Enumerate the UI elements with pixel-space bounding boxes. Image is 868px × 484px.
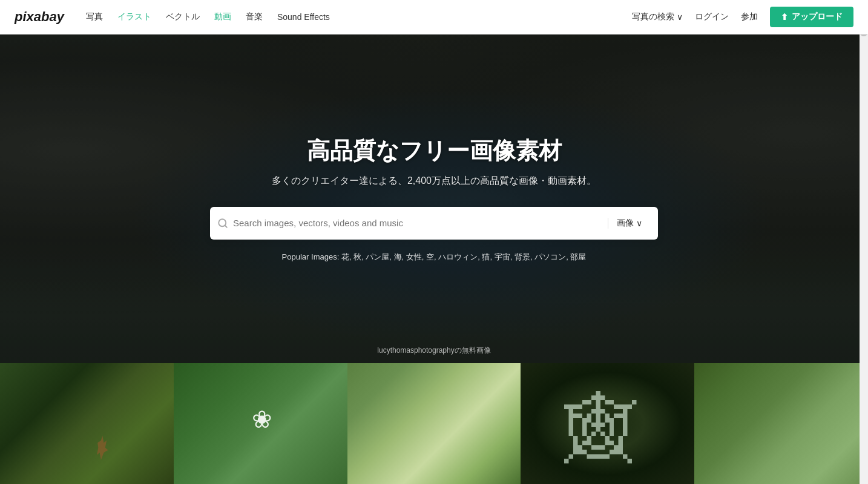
thumbnail-4[interactable] (521, 363, 694, 484)
photo-credit: lucythomasphotographyの無料画像 (377, 345, 490, 356)
site-logo[interactable]: pixabay (15, 9, 64, 25)
join-button[interactable]: 参加 (741, 11, 758, 22)
nav-photos[interactable]: 写真 (86, 11, 103, 22)
nav-vectors[interactable]: ベクトル (166, 11, 200, 22)
nav-sound-effects[interactable]: Sound Effects (277, 12, 330, 22)
thumbnail-2[interactable] (174, 363, 347, 484)
search-bar: 画像 ∨ (210, 207, 658, 240)
photo-search-button[interactable]: 写真の検索 ∨ (632, 11, 683, 22)
search-input[interactable] (233, 218, 608, 228)
nav-right: 写真の検索 ∨ ログイン 参加 ⬆ アップロード (632, 7, 853, 27)
popular-tags: Popular Images: 花, 秋, パン屋, 海, 女性, 空, ハロウ… (0, 252, 868, 263)
thumbnail-strip (0, 363, 868, 484)
nav-links: 写真 イラスト ベクトル 動画 音楽 Sound Effects (86, 11, 632, 22)
navbar: pixabay 写真 イラスト ベクトル 動画 音楽 Sound Effects… (0, 0, 868, 34)
chevron-down-icon: ∨ (636, 218, 642, 228)
search-type-dropdown[interactable]: 画像 ∨ (608, 218, 651, 229)
svg-line-1 (225, 225, 226, 227)
upload-icon: ⬆ (781, 12, 788, 22)
hero-title: 高品質なフリー画像素材 (0, 136, 868, 166)
chevron-down-icon: ∨ (677, 12, 683, 22)
search-icon (217, 218, 228, 229)
nav-illustrations[interactable]: イラスト (117, 11, 151, 22)
thumbnail-1[interactable] (0, 363, 174, 484)
login-button[interactable]: ログイン (695, 11, 729, 22)
upload-button[interactable]: ⬆ アップロード (770, 7, 853, 27)
thumbnail-5[interactable] (694, 363, 868, 484)
hero-content: 高品質なフリー画像素材 多くのクリエイター達による、2,400万点以上の高品質な… (0, 136, 868, 263)
hero-subtitle: 多くのクリエイター達による、2,400万点以上の高品質な画像・動画素材。 (0, 175, 868, 188)
hero-section: 高品質なフリー画像素材 多くのクリエイター達による、2,400万点以上の高品質な… (0, 34, 868, 363)
nav-videos[interactable]: 動画 (214, 11, 231, 22)
thumbnail-3[interactable] (347, 363, 521, 484)
nav-music[interactable]: 音楽 (246, 11, 263, 22)
